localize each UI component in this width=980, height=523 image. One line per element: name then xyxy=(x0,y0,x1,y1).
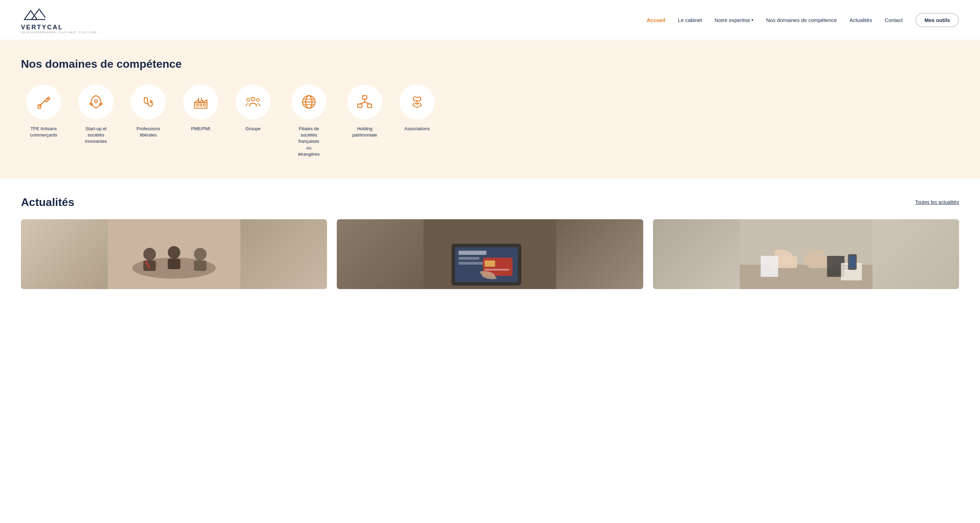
group-icon xyxy=(244,93,262,111)
svg-rect-8 xyxy=(204,104,205,106)
logo[interactable]: VERTYCAL VOUS ACCOMPAGNER. PLUS HAUT. PL… xyxy=(21,6,98,33)
nav-item-domaines[interactable]: Nos domaines de compétence xyxy=(766,17,837,23)
svg-rect-38 xyxy=(458,257,479,260)
nav-item-accueil[interactable]: Accueil xyxy=(647,17,665,23)
actualites-title: Actualités xyxy=(21,196,74,209)
news-card-2[interactable] xyxy=(337,219,643,289)
hammer-icon xyxy=(35,93,53,111)
domain-item-holding[interactable]: Holdingpatrimoniale xyxy=(342,85,387,158)
mes-outils-button[interactable]: Mes outils xyxy=(915,13,959,27)
svg-point-32 xyxy=(194,248,207,260)
domain-item-filiales[interactable]: Filiales desociétésfrançaisesouétrangère… xyxy=(283,85,335,158)
nav-item-actualites[interactable]: Actualités xyxy=(850,17,872,23)
svg-rect-21 xyxy=(368,104,372,108)
svg-rect-33 xyxy=(194,260,207,271)
domain-label-filiales: Filiales desociétésfrançaisesouétrangère… xyxy=(298,126,320,158)
svg-point-28 xyxy=(143,248,156,260)
nav-item-contact[interactable]: Contact xyxy=(885,17,903,23)
svg-rect-7 xyxy=(200,104,202,106)
header: VERTYCAL VOUS ACCOMPAGNER. PLUS HAUT. PL… xyxy=(0,0,980,40)
svg-point-11 xyxy=(251,97,255,101)
svg-rect-37 xyxy=(458,251,487,255)
news-grid xyxy=(21,219,959,289)
main-nav: Accueil Le cabinet Notre expertise ▾ Nos… xyxy=(647,13,959,27)
svg-point-3 xyxy=(95,100,97,103)
svg-rect-47 xyxy=(760,256,778,277)
svg-rect-6 xyxy=(196,104,198,106)
news-image-3 xyxy=(653,219,959,289)
svg-rect-31 xyxy=(168,259,180,269)
news-image-1 xyxy=(21,219,327,289)
svg-point-12 xyxy=(247,99,250,101)
domain-item-associations[interactable]: Associations xyxy=(395,85,440,158)
holding-icon-circle xyxy=(347,85,382,120)
liberal-icon-circle xyxy=(131,85,166,120)
filiales-icon-circle xyxy=(291,85,326,120)
actualites-header: Actualités Toutes les actualités xyxy=(21,196,959,209)
hierarchy-icon xyxy=(356,93,374,111)
svg-rect-41 xyxy=(485,260,495,267)
domains-title: Nos domaines de compétence xyxy=(21,57,959,70)
stethoscope-icon xyxy=(139,93,158,111)
news-card-1[interactable] xyxy=(21,219,327,289)
nav-item-cabinet[interactable]: Le cabinet xyxy=(678,17,702,23)
domain-item-pme[interactable]: PME/PMI xyxy=(178,85,223,158)
logo-text: VERTYCAL xyxy=(21,24,63,31)
domain-label-startup: Start-up etsociétésinnovantes xyxy=(85,126,107,145)
logo-tagline: VOUS ACCOMPAGNER. PLUS HAUT. PLUS LOIN. xyxy=(21,31,98,33)
tpe-icon-circle xyxy=(26,85,61,120)
svg-rect-42 xyxy=(485,269,509,271)
domain-label-holding: Holdingpatrimoniale xyxy=(353,126,377,138)
domain-label-liberal: Professionslibérales xyxy=(137,126,160,138)
payment-scene-icon xyxy=(337,219,643,289)
domain-item-tpe[interactable]: TPE Artisanscommerçants xyxy=(21,85,66,158)
startup-icon-circle xyxy=(78,85,113,120)
news-image-2 xyxy=(337,219,643,289)
svg-rect-20 xyxy=(358,104,362,108)
domain-label-groupe: Groupe xyxy=(245,126,260,132)
handshake-heart-icon xyxy=(408,93,426,111)
meeting-scene-icon xyxy=(21,219,327,289)
svg-rect-53 xyxy=(849,255,855,268)
domain-item-groupe[interactable]: Groupe xyxy=(230,85,276,158)
actualites-section: Actualités Toutes les actualités xyxy=(0,179,980,303)
svg-rect-19 xyxy=(363,96,367,99)
svg-point-30 xyxy=(168,246,180,259)
svg-line-24 xyxy=(365,102,370,104)
associations-icon-circle xyxy=(399,85,434,120)
domain-label-pme: PME/PMI xyxy=(191,126,210,132)
groupe-icon-circle xyxy=(235,85,270,120)
news-card-3[interactable] xyxy=(653,219,959,289)
domain-label-tpe: TPE Artisanscommerçants xyxy=(30,126,57,138)
domain-item-startup[interactable]: Start-up etsociétésinnovantes xyxy=(73,85,119,158)
domain-item-liberal[interactable]: Professionslibérales xyxy=(126,85,171,158)
domain-label-associations: Associations xyxy=(404,126,430,132)
svg-rect-39 xyxy=(458,262,483,265)
toutes-actualites-link[interactable]: Toutes les actualités xyxy=(915,199,959,205)
rocket-icon xyxy=(87,93,105,111)
nav-item-expertise[interactable]: Notre expertise ▾ xyxy=(715,17,754,23)
domains-section: Nos domaines de compétence TPE Artisansc… xyxy=(0,40,980,179)
svg-line-23 xyxy=(360,102,365,104)
handshake-scene-icon xyxy=(653,219,959,289)
chevron-down-icon: ▾ xyxy=(751,18,754,22)
pme-icon-circle xyxy=(183,85,218,120)
svg-point-13 xyxy=(256,99,259,101)
factory-icon xyxy=(192,93,210,111)
globe-icon xyxy=(300,93,318,111)
domains-grid: TPE Artisanscommerçants Start-up etsocié… xyxy=(21,85,959,158)
